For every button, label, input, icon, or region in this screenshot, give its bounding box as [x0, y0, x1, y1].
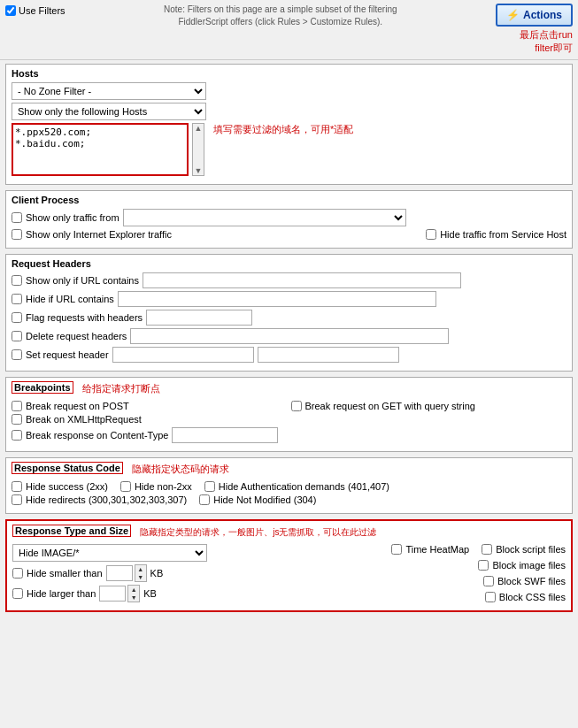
flag-requests-label: Flag requests with headers — [26, 312, 143, 323]
hide-auth-label: Hide Authentication demands (401,407) — [219, 481, 389, 492]
show-ie-label: Show only Internet Explorer traffic — [26, 229, 172, 240]
hide-smaller-spinner: 1 ▲ ▼ — [106, 564, 147, 582]
breakpoints-rows: Break request on POST Break on XMLHttpRe… — [12, 401, 566, 446]
block-swf-checkbox[interactable] — [483, 576, 494, 586]
run-filter-annotation: 最后点击run filter即可 — [520, 28, 573, 56]
break-xml-row: Break on XMLHttpRequest — [12, 414, 288, 425]
set-header-value-input[interactable] — [258, 347, 399, 363]
scroll-up-icon[interactable]: ▲ — [195, 124, 203, 133]
show-url-label: Show only if URL contains — [26, 275, 139, 286]
break-post-label: Break request on POST — [26, 401, 129, 411]
block-css-row: Block CSS files — [391, 592, 566, 602]
break-post-row: Break request on POST — [12, 401, 288, 411]
block-script-checkbox[interactable] — [482, 544, 492, 555]
block-css-checkbox[interactable] — [485, 592, 496, 602]
break-get-checkbox[interactable] — [291, 401, 302, 411]
response-type-header: Response Type and Size 隐藏指定类型的请求，一般图片、js… — [12, 525, 566, 540]
hide-smaller-input[interactable]: 1 — [106, 565, 133, 581]
actions-button[interactable]: ⚡ Actions — [496, 4, 573, 27]
show-ie-checkbox[interactable] — [12, 229, 22, 240]
show-url-checkbox[interactable] — [12, 275, 22, 286]
response-status-annotation: 隐藏指定状态码的请求 — [132, 463, 229, 476]
delete-headers-checkbox[interactable] — [12, 331, 22, 341]
hide-larger-spinner: 1 ▲ ▼ — [99, 585, 140, 602]
hide-larger-up[interactable]: ▲ — [128, 586, 139, 594]
scroll-down-icon[interactable]: ▼ — [195, 166, 203, 175]
hosts-zone-row: - No Zone Filter - — [12, 82, 566, 100]
scrollbar[interactable]: ▲ ▼ — [192, 123, 204, 176]
client-process-title: Client Process — [12, 195, 566, 205]
status-row-2: Hide redirects (300,301,302,303,307) Hid… — [12, 494, 566, 505]
hide-url-input[interactable] — [118, 291, 436, 307]
hide-non2xx-label: Hide non-2xx — [135, 481, 192, 492]
block-image-row: Block image files — [391, 560, 566, 571]
hide-not-modified-label: Hide Not Modified (304) — [213, 494, 316, 505]
hide-url-label: Hide if URL contains — [26, 294, 114, 304]
response-type-section: Response Type and Size 隐藏指定类型的请求，一般图片、js… — [5, 519, 573, 612]
flag-requests-input[interactable]: cn — [146, 310, 252, 326]
hide-redirects-checkbox[interactable] — [12, 494, 22, 505]
hide-smaller-arrows: ▲ ▼ — [135, 564, 147, 582]
hosts-show-row: Show only the following Hosts — [12, 103, 566, 120]
hide-smaller-checkbox[interactable] — [12, 568, 23, 579]
hosts-section: Hosts - No Zone Filter - Show only the f… — [5, 64, 573, 185]
time-heatmap-checkbox[interactable] — [391, 544, 402, 555]
response-type-left: Hide IMAGE/* Hide smaller than 1 ▲ ▼ KB — [12, 544, 377, 605]
ie-traffic-row: Show only Internet Explorer traffic Hide… — [12, 229, 566, 240]
block-image-label: Block image files — [492, 560, 566, 571]
break-xml-label: Break on XMLHttpRequest — [26, 414, 142, 425]
set-header-checkbox[interactable] — [12, 349, 22, 360]
show-url-input[interactable]: search — [143, 272, 461, 288]
breakpoints-annotation: 给指定请求打断点 — [82, 382, 160, 395]
hide-non2xx-checkbox[interactable] — [120, 481, 131, 492]
delete-headers-input[interactable] — [130, 328, 449, 344]
hide-larger-kb: KB — [143, 588, 157, 599]
set-header-name-input[interactable] — [112, 347, 254, 363]
response-type-body: Hide IMAGE/* Hide smaller than 1 ▲ ▼ KB — [12, 544, 566, 605]
block-css-label: Block CSS files — [499, 592, 566, 602]
hide-larger-checkbox[interactable] — [12, 588, 23, 599]
show-filter-dropdown[interactable]: Show only the following Hosts — [12, 103, 206, 120]
response-status-section: Response Status Code 隐藏指定状态码的请求 Hide suc… — [5, 457, 573, 514]
hide-larger-input[interactable]: 1 — [99, 586, 126, 602]
hide-not-modified-checkbox[interactable] — [199, 494, 210, 505]
show-traffic-checkbox[interactable] — [12, 212, 22, 223]
hosts-annotation: 填写需要过滤的域名，可用*适配 — [213, 123, 353, 136]
note-text: Note: Filters on this page are a simple … — [73, 4, 489, 28]
break-post-checkbox[interactable] — [12, 401, 22, 411]
hide-larger-down[interactable]: ▼ — [128, 594, 139, 602]
block-script-label: Block script files — [496, 544, 566, 555]
hide-redirects-label: Hide redirects (300,301,302,303,307) — [26, 494, 187, 505]
show-traffic-dropdown[interactable] — [123, 209, 406, 226]
zone-filter-dropdown[interactable]: - No Zone Filter - — [12, 82, 206, 100]
break-content-row: Break response on Content-Type — [12, 427, 288, 443]
hide-type-dropdown[interactable]: Hide IMAGE/* — [12, 544, 207, 562]
break-get-row: Break request on GET with query string — [291, 401, 567, 411]
hosts-textarea[interactable]: *.ppx520.com; *.baidu.com; — [12, 123, 189, 176]
block-swf-label: Block SWF files — [497, 576, 566, 586]
show-traffic-label: Show only traffic from — [26, 212, 119, 223]
break-content-input[interactable] — [172, 427, 278, 443]
delete-headers-row: Delete request headers — [12, 328, 566, 344]
use-filters-checkbox[interactable] — [5, 5, 16, 16]
flag-requests-checkbox[interactable] — [12, 312, 22, 323]
hosts-title: Hosts — [12, 68, 566, 79]
hide-2xx-checkbox[interactable] — [12, 481, 22, 492]
use-filters-text: Use Filters — [19, 5, 66, 16]
response-type-right: Time HeatMap Block script files Block im… — [391, 544, 566, 605]
hide-auth-checkbox[interactable] — [204, 481, 215, 492]
response-type-title: Response Type and Size — [12, 525, 131, 537]
hide-url-checkbox[interactable] — [12, 294, 22, 304]
hide-smaller-kb: KB — [150, 568, 164, 579]
hide-smaller-down[interactable]: ▼ — [135, 573, 146, 581]
hide-smaller-up[interactable]: ▲ — [135, 565, 146, 573]
hosts-textarea-row: *.ppx520.com; *.baidu.com; ▲ ▼ 填写需要过滤的域名… — [12, 123, 566, 176]
break-xml-checkbox[interactable] — [12, 414, 22, 425]
hide-service-host-checkbox[interactable] — [426, 229, 436, 240]
use-filters-label[interactable]: Use Filters — [5, 5, 66, 16]
set-header-label: Set request header — [26, 349, 109, 360]
hide-service-host-label: Hide traffic from Service Host — [440, 229, 566, 240]
block-image-checkbox[interactable] — [478, 560, 489, 571]
hide-2xx-label: Hide success (2xx) — [26, 481, 108, 492]
break-content-checkbox[interactable] — [12, 430, 22, 441]
